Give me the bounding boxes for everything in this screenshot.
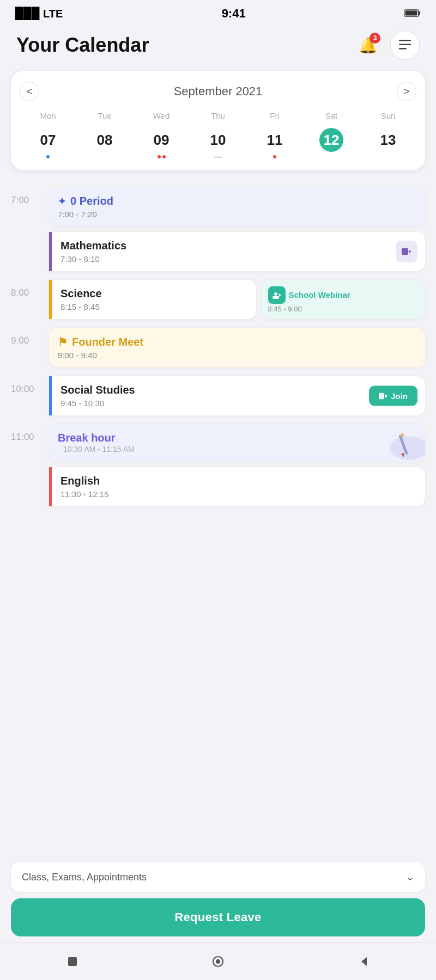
event-mathematics[interactable]: Mathematics 7:30 - 8:10 — [49, 232, 425, 271]
notification-button[interactable]: 🔔 3 — [353, 30, 383, 60]
events-800: Science 8:15 - 8:45 — [49, 275, 425, 323]
svg-rect-2 — [405, 10, 417, 15]
day-07[interactable]: 07 — [20, 125, 76, 161]
svg-rect-11 — [379, 393, 384, 399]
app-header: Your Calendar 🔔 3 — [0, 25, 436, 71]
event-social-studies[interactable]: Social Studies 9:45 - 10:30 Join — [49, 376, 425, 415]
science-time: 8:15 - 8:45 — [60, 302, 247, 311]
svg-point-8 — [274, 292, 277, 296]
day-num-07: 07 — [36, 128, 60, 152]
day-10-dots: — — [214, 155, 222, 159]
back-button[interactable] — [357, 955, 370, 968]
event-science[interactable]: Science 8:15 - 8:45 — [49, 280, 256, 319]
math-title: Mathematics — [60, 240, 416, 252]
day-09[interactable]: 09 — [133, 125, 190, 161]
day-13[interactable]: 13 — [360, 125, 416, 161]
founder-time: 9:00 - 9:40 — [58, 351, 416, 360]
clock: 9:41 — [222, 7, 246, 21]
time-section-1000: 10:00 Social Studies 9:45 - 10:30 Join — [11, 372, 425, 420]
day-num-08: 08 — [93, 128, 117, 152]
day-header-thu: Thu — [190, 111, 246, 120]
english-time: 11:30 - 12:15 — [60, 489, 416, 499]
event-english[interactable]: English 11:30 - 12:15 — [49, 467, 425, 506]
svg-rect-6 — [402, 248, 408, 255]
events-1000: Social Studies 9:45 - 10:30 Join — [49, 372, 425, 420]
period-0-time: 7:00 - 7:20 — [58, 210, 416, 219]
svg-marker-12 — [385, 394, 387, 398]
day-08[interactable]: 08 — [76, 125, 133, 161]
time-section-700: 7:00 ✦ 0 Period 7:00 - 7:20 Mathematics … — [11, 183, 425, 275]
prev-month-button[interactable]: < — [20, 82, 39, 101]
day-num-09: 09 — [149, 128, 173, 152]
day-07-dots — [46, 155, 50, 159]
svg-rect-4 — [399, 44, 411, 45]
signal-area: ▉▉▉ LTE — [15, 7, 63, 20]
day-numbers: 07 08 09 10 — — [20, 125, 416, 161]
time-label-700: 7:00 — [11, 183, 49, 206]
day-header-fri: Fri — [246, 111, 303, 120]
next-month-button[interactable]: > — [397, 82, 416, 101]
science-row: Science 8:15 - 8:45 — [49, 280, 425, 319]
event-period-0[interactable]: ✦ 0 Period 7:00 - 7:20 — [49, 187, 425, 226]
day-num-12: 12 — [319, 128, 343, 152]
day-10[interactable]: 10 — — [190, 125, 246, 161]
month-label: September — [174, 84, 233, 98]
menu-button[interactable] — [390, 30, 420, 60]
day-num-13: 13 — [376, 128, 400, 152]
founder-icon: ⚑ — [58, 335, 68, 348]
notification-badge: 3 — [370, 33, 380, 44]
event-break-hour[interactable]: Break hour 10:30 AM - 11:15 AM — [49, 424, 425, 462]
event-webinar[interactable]: School Webinar 8:45 - 9:00 — [262, 280, 426, 319]
home-button[interactable] — [211, 955, 225, 968]
day-09-dots — [158, 155, 166, 159]
svg-marker-7 — [409, 250, 411, 253]
event-founder-meet[interactable]: ⚑ Founder Meet 9:00 - 9:40 — [49, 328, 425, 367]
year-label: 2021 — [235, 84, 262, 98]
request-leave-button[interactable]: Request Leave — [11, 898, 425, 936]
schedule: 7:00 ✦ 0 Period 7:00 - 7:20 Mathematics … — [0, 183, 436, 511]
break-time: 10:30 AM - 11:15 AM — [63, 445, 135, 454]
break-content: Break hour 10:30 AM - 11:15 AM — [58, 432, 135, 454]
day-12[interactable]: 12 — [303, 125, 360, 161]
dash-indicator: — — [214, 152, 222, 161]
day-11[interactable]: 11 — [246, 125, 303, 161]
nav-bar — [0, 942, 436, 980]
calendar-card: < September 2021 > Mon Tue Wed Thu Fri S… — [11, 71, 425, 170]
day-headers: Mon Tue Wed Thu Fri Sat Sun — [20, 111, 416, 120]
filter-label: Class, Exams, Appointments — [22, 872, 147, 883]
day-header-sat: Sat — [303, 111, 360, 120]
dot-red-1 — [158, 155, 161, 158]
signal-icon: ▉▉▉ — [15, 7, 40, 20]
english-title: English — [60, 475, 416, 487]
time-label-1100: 11:00 — [11, 420, 49, 443]
break-illustration — [376, 424, 425, 462]
webinar-header: School Webinar — [268, 286, 419, 304]
month-title: September 2021 — [174, 84, 263, 99]
filter-dropdown[interactable]: Class, Exams, Appointments ⌄ — [11, 862, 425, 892]
day-header-mon: Mon — [20, 111, 76, 120]
day-11-dots — [273, 155, 276, 159]
period-0-title: ✦ 0 Period — [58, 195, 416, 207]
status-bar: ▉▉▉ LTE 9:41 — [0, 0, 436, 25]
join-button[interactable]: Join — [369, 386, 417, 406]
dot-red-fri — [273, 155, 276, 158]
social-time: 9:45 - 10:30 — [60, 399, 416, 408]
svg-rect-9 — [272, 296, 279, 299]
page-title: Your Calendar — [16, 34, 149, 57]
break-title: Break hour — [58, 432, 135, 444]
video-icon[interactable] — [396, 241, 417, 262]
time-section-900: 9:00 ⚑ Founder Meet 9:00 - 9:40 — [11, 323, 425, 372]
time-label-800: 8:00 — [11, 275, 49, 298]
menu-icon — [399, 40, 411, 51]
day-num-10: 10 — [206, 128, 230, 152]
stop-button[interactable] — [66, 955, 79, 968]
svg-point-13 — [390, 436, 425, 460]
day-header-sun: Sun — [360, 111, 416, 120]
svg-rect-17 — [68, 957, 77, 966]
svg-point-19 — [216, 959, 220, 964]
svg-marker-10 — [279, 293, 281, 297]
math-time: 7:30 - 8:10 — [60, 254, 416, 264]
chevron-down-icon: ⌄ — [406, 871, 414, 883]
webinar-title: School Webinar — [289, 290, 350, 299]
webinar-time: 8:45 - 9:00 — [268, 305, 419, 313]
